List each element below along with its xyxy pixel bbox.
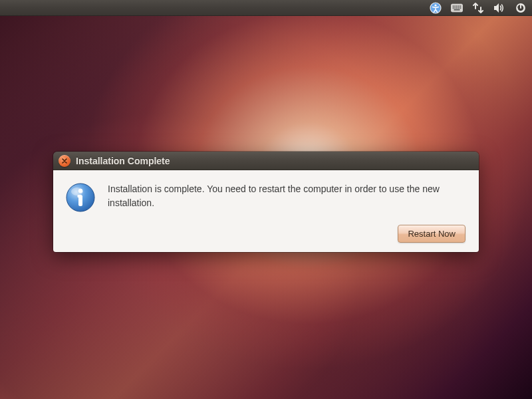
svg-point-20 [78, 189, 82, 193]
svg-rect-6 [458, 5, 460, 7]
power-icon[interactable] [515, 2, 527, 14]
svg-rect-7 [460, 5, 462, 7]
dialog-body: Installation is complete. You need to re… [53, 170, 479, 252]
svg-rect-10 [456, 7, 458, 9]
svg-rect-3 [453, 5, 454, 7]
keyboard-icon[interactable] [451, 2, 463, 14]
dialog-titlebar[interactable]: Installation Complete [53, 152, 479, 170]
svg-rect-9 [454, 7, 456, 9]
svg-rect-12 [460, 7, 462, 9]
installation-complete-dialog: Installation Complete Installation [53, 152, 479, 252]
svg-rect-11 [458, 7, 460, 9]
svg-rect-5 [456, 5, 458, 7]
top-panel [0, 0, 532, 16]
svg-rect-13 [454, 9, 460, 10]
restart-now-button[interactable]: Restart Now [398, 225, 466, 243]
volume-icon[interactable] [493, 2, 505, 14]
accessibility-icon[interactable] [430, 2, 442, 14]
svg-point-1 [434, 4, 436, 6]
svg-rect-4 [454, 5, 456, 7]
dialog-message: Installation is complete. You need to re… [108, 182, 466, 210]
svg-rect-8 [453, 7, 454, 9]
network-icon[interactable] [472, 2, 484, 14]
close-button[interactable] [59, 155, 70, 167]
info-icon [65, 182, 96, 213]
svg-rect-22 [78, 195, 80, 198]
dialog-title: Installation Complete [76, 156, 170, 166]
